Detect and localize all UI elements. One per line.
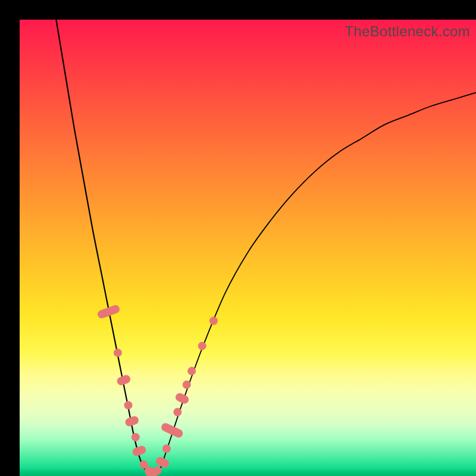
data-segment (131, 444, 147, 457)
data-point (187, 367, 196, 375)
data-point (173, 408, 181, 416)
plot-area: TheBottleneck.com (20, 20, 476, 476)
marker-group (96, 304, 218, 476)
data-point (162, 444, 171, 453)
data-point (114, 349, 122, 357)
curves-svg (20, 20, 476, 476)
data-point (198, 342, 206, 350)
data-point (183, 381, 191, 389)
curve-right-branch (161, 93, 476, 467)
data-segment (116, 374, 131, 386)
data-point (131, 433, 140, 441)
data-segment (124, 415, 139, 427)
data-segment (160, 422, 184, 439)
curve-group (56, 20, 476, 474)
watermark-text: TheBottleneck.com (345, 23, 470, 40)
chart-frame: TheBottleneck.com (0, 0, 476, 476)
data-point (209, 317, 218, 325)
curve-left-branch (56, 20, 143, 467)
data-point (154, 466, 162, 475)
data-point (124, 401, 133, 409)
